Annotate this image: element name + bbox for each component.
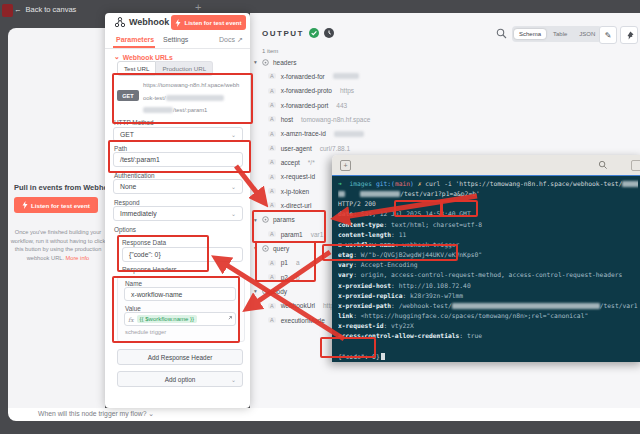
- listen-for-test-event-button[interactable]: Listen for test event: [14, 197, 98, 213]
- schema-row-host[interactable]: Ahosttomowang-n8n.hf.space: [250, 112, 638, 126]
- n8n-logo: [2, 4, 13, 17]
- schema-row-x-forwarded-proto[interactable]: Ax-forwarded-protohttps: [250, 84, 638, 98]
- edit-output-button[interactable]: ✎: [599, 26, 617, 44]
- terminal-line: x-workflow-name: webhook trigger: [338, 240, 638, 250]
- view-toggle: SchemaTableJSON: [512, 26, 602, 42]
- schema-value: https: [340, 87, 354, 94]
- options-label: Options: [114, 226, 136, 233]
- add-option-select[interactable]: Add option ⌄: [117, 371, 243, 387]
- node-header: Webhook: [115, 17, 169, 27]
- schema-key: params: [273, 216, 295, 223]
- terminal-line: content-type: text/html; charset=utf-8: [338, 220, 638, 230]
- listen-for-test-event-button-top[interactable]: Listen for test event: [171, 15, 246, 30]
- schema-key: body: [273, 288, 287, 295]
- url-type-toggle: Test URL Production URL: [117, 61, 213, 76]
- view-table[interactable]: Table: [548, 29, 572, 39]
- docs-link[interactable]: Docs ↗: [219, 36, 243, 44]
- respond-select[interactable]: Immediately⌄: [113, 206, 243, 221]
- production-url-button[interactable]: Production URL: [156, 61, 213, 76]
- test-url-button[interactable]: Test URL: [117, 61, 156, 76]
- view-json[interactable]: JSON: [574, 29, 600, 39]
- string-type-icon: A: [268, 159, 276, 165]
- schema-row-x-forwarded-for[interactable]: Ax-forwarded-for: [250, 69, 638, 83]
- string-type-icon: A: [268, 73, 276, 79]
- header-value-label: Value: [125, 305, 141, 312]
- string-type-icon: A: [268, 202, 276, 208]
- chevron-down-icon: ⌄: [231, 210, 236, 217]
- chevron-down-icon[interactable]: ▾: [254, 245, 262, 251]
- string-type-icon: A: [268, 131, 276, 137]
- terminal-line: HTTP/2 200: [338, 199, 638, 209]
- new-tab-icon[interactable]: +: [340, 160, 351, 171]
- terminal-window[interactable]: + ➜ images git:(main) ✗ curl -i 'https:/…: [332, 155, 640, 362]
- terminal-line: vary: Accept-Encoding: [338, 260, 638, 270]
- redacted-blur: [452, 303, 600, 309]
- object-icon: [262, 245, 269, 252]
- terminal-line: vary: origin, access-control-request-met…: [338, 270, 638, 280]
- terminal-line: {"code": 0}: [338, 352, 638, 362]
- redacted-blur: [333, 73, 359, 79]
- back-to-canvas-button[interactable]: ← Back to canvas: [14, 5, 76, 14]
- schema-key: host: [281, 116, 293, 123]
- add-node-icon[interactable]: +: [195, 1, 201, 13]
- authentication-label: Authentication: [114, 172, 155, 179]
- pencil-icon: ✎: [605, 31, 612, 40]
- authentication-select[interactable]: None⌄: [113, 179, 243, 194]
- header-value-expression-input[interactable]: fx {{ $workflow.name }}: [124, 312, 236, 326]
- redacted-blur: [622, 181, 638, 187]
- respond-label: Respond: [114, 199, 140, 206]
- terminal-titlebar[interactable]: +: [332, 155, 640, 176]
- back-label: Back to canvas: [26, 5, 77, 14]
- schema-value: */*: [308, 159, 315, 166]
- terminal-line: etag: W/"b-/QVGjB2wgdWj44UKV/eKVnKps0": [338, 250, 638, 260]
- http-method-select[interactable]: GET⌄: [113, 127, 243, 142]
- execution-time-icon: [324, 28, 334, 38]
- schema-key: webhookUrl: [281, 302, 315, 309]
- tab-parameters[interactable]: Parameters: [116, 36, 154, 43]
- view-schema[interactable]: Schema: [514, 29, 546, 39]
- string-type-icon: A: [268, 274, 276, 280]
- string-type-icon: A: [268, 88, 276, 94]
- terminal-line: link: <https://huggingface.co/spaces/tom…: [338, 311, 638, 321]
- trigger-question[interactable]: When will this node trigger my flow? ⌄: [38, 410, 154, 418]
- schema-key: query: [273, 245, 289, 252]
- chevron-down-icon[interactable]: ▾: [254, 59, 262, 65]
- object-icon: [262, 216, 269, 223]
- schema-row-headers[interactable]: ▾headers: [250, 55, 638, 69]
- chevron-down-icon[interactable]: ▾: [254, 217, 262, 223]
- webhook-urls-section-toggle[interactable]: ⌄ Webhook URLs: [114, 53, 173, 61]
- terminal-cursor: [381, 353, 385, 360]
- chevron-down-icon[interactable]: ▾: [254, 288, 262, 294]
- schema-key: x-forwarded-port: [281, 102, 329, 109]
- schema-value: tomowang-n8n.hf.space: [301, 116, 370, 123]
- response-data-input[interactable]: {"code": 0}: [122, 247, 243, 262]
- schema-key: x-ip-token: [281, 188, 310, 195]
- schema-row-user-agent[interactable]: Auser-agentcurl/7.88.1: [250, 141, 638, 155]
- path-input[interactable]: /test/:param1: [113, 152, 243, 167]
- terminal-layout-icon[interactable]: [631, 160, 640, 171]
- terminal-line: [338, 342, 638, 352]
- schema-key: param1: [281, 231, 303, 238]
- chevron-down-icon: ⌄: [148, 410, 154, 417]
- schema-row-x-forwarded-port[interactable]: Ax-forwarded-port443: [250, 98, 638, 112]
- schema-key: p1: [281, 259, 288, 266]
- terminal-body[interactable]: ➜ images git:(main) ✗ curl -i 'https://t…: [332, 176, 640, 362]
- terminal-line: /test/var1?p1=a&p2=b': [338, 189, 638, 199]
- tab-settings[interactable]: Settings: [163, 36, 188, 43]
- string-type-icon: A: [268, 116, 276, 122]
- schema-row-x-amzn-trace-id[interactable]: Ax-amzn-trace-id: [250, 127, 638, 141]
- expand-expression-icon[interactable]: [226, 316, 232, 322]
- terminal-search-icon[interactable]: [598, 160, 608, 170]
- terminal-line: ➜ images git:(main) ✗ curl -i 'https://t…: [338, 179, 638, 189]
- header-name-input[interactable]: x-workflow-name: [124, 287, 236, 301]
- input-panel-title: Pull in events from Webhook: [14, 183, 105, 192]
- pin-icon: [625, 31, 634, 40]
- screen: ← Back to canvas + Pull in events from W…: [0, 0, 640, 434]
- http-method-badge: GET: [117, 90, 139, 101]
- pin-data-button[interactable]: [620, 26, 638, 44]
- search-icon[interactable]: [496, 28, 507, 39]
- webhook-url[interactable]: https://tomowang-n8n.hf.space/webh ook-t…: [143, 79, 245, 117]
- more-info-link[interactable]: More info: [66, 255, 90, 261]
- add-response-header-button[interactable]: Add Response Header: [117, 349, 243, 365]
- string-type-icon: A: [268, 174, 276, 180]
